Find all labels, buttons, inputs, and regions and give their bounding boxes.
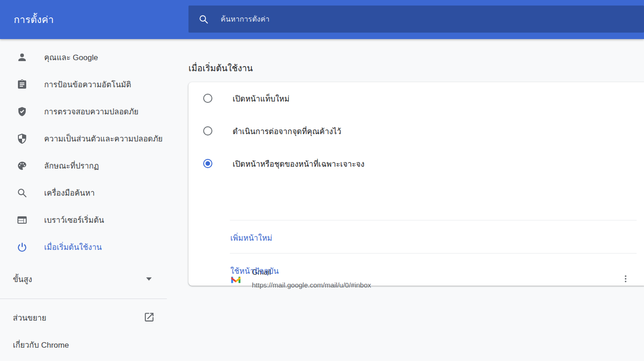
chevron-down-icon bbox=[146, 277, 152, 281]
page-title: การตั้งค่า bbox=[14, 0, 54, 39]
open-in-new-icon bbox=[143, 311, 155, 323]
radio-button-selected[interactable] bbox=[203, 159, 212, 168]
sidebar-item-label: การป้อนข้อความอัตโนมัติ bbox=[44, 78, 131, 90]
header-bar: การตั้งค่า bbox=[0, 0, 644, 39]
sidebar-item-on-startup[interactable]: เมื่อเริ่มต้นใช้งาน bbox=[0, 233, 167, 260]
use-current-pages-link[interactable]: ใช้หน้าปัจจุบัน bbox=[230, 265, 279, 277]
search-input[interactable] bbox=[221, 15, 542, 23]
sidebar-item-label: ลักษณะที่ปรากฏ bbox=[44, 159, 99, 172]
default-browser-icon bbox=[17, 214, 28, 226]
more-options-button[interactable] bbox=[617, 271, 634, 287]
power-icon bbox=[17, 242, 28, 253]
person-icon bbox=[17, 52, 28, 63]
search-icon bbox=[199, 14, 209, 24]
radio-option-specific-pages[interactable]: เปิดหน้าหรือชุดของหน้าที่เฉพาะเจาะจง bbox=[188, 153, 630, 174]
about-chrome-label: เกี่ยวกับ Chrome bbox=[13, 338, 69, 351]
sidebar-item-label: เครื่องมือค้นหา bbox=[44, 186, 95, 199]
sidebar-item-privacy-security[interactable]: ความเป็นส่วนตัวและความปลอดภัย bbox=[0, 125, 167, 152]
sidebar-item-autofill[interactable]: การป้อนข้อความอัตโนมัติ bbox=[0, 71, 167, 98]
radio-option-label: ดำเนินการต่อจากจุดที่คุณค้างไว้ bbox=[233, 125, 341, 137]
safety-check-icon bbox=[17, 106, 28, 117]
autofill-icon bbox=[17, 79, 28, 90]
sidebar-item-about-chrome[interactable]: เกี่ยวกับ Chrome bbox=[0, 333, 167, 356]
card-divider bbox=[230, 253, 637, 254]
add-new-page-link[interactable]: เพิ่มหน้าใหม่ bbox=[230, 231, 272, 244]
section-title: เมื่อเริ่มต้นใช้งาน bbox=[188, 61, 253, 75]
palette-icon bbox=[17, 160, 28, 171]
sidebar-item-label: คุณและ Google bbox=[44, 51, 98, 63]
extensions-label: ส่วนขยาย bbox=[13, 311, 46, 324]
privacy-shield-icon bbox=[17, 133, 28, 144]
three-dot-menu-icon bbox=[621, 274, 630, 283]
on-startup-card: เปิดหน้าแท็บใหม่ ดำเนินการต่อจากจุดที่คุ… bbox=[188, 82, 644, 286]
startup-page-url: https://mail.google.com/mail/u/0/#inbox bbox=[252, 281, 371, 289]
search-engine-icon bbox=[17, 187, 28, 198]
sidebar-item-you-and-google[interactable]: คุณและ Google bbox=[0, 44, 167, 71]
sidebar-advanced-toggle[interactable]: ขั้นสูง bbox=[0, 266, 167, 292]
sidebar-item-extensions[interactable]: ส่วนขยาย bbox=[0, 306, 167, 329]
settings-search-box[interactable] bbox=[188, 6, 644, 33]
radio-option-continue[interactable]: ดำเนินการต่อจากจุดที่คุณค้างไว้ bbox=[188, 121, 630, 141]
sidebar-item-label: เบราว์เซอร์เริ่มต้น bbox=[44, 214, 104, 226]
advanced-label: ขั้นสูง bbox=[13, 273, 32, 285]
sidebar-item-label: ความเป็นส่วนตัวและความปลอดภัย bbox=[44, 132, 163, 145]
sidebar-divider bbox=[0, 299, 167, 299]
settings-sidebar: คุณและ Google การป้อนข้อความอัตโนมัติ กา… bbox=[0, 39, 167, 361]
sidebar-item-default-browser[interactable]: เบราว์เซอร์เริ่มต้น bbox=[0, 206, 167, 233]
card-divider bbox=[230, 220, 637, 220]
sidebar-item-safety-check[interactable]: การตรวจสอบความปลอดภัย bbox=[0, 98, 167, 125]
radio-option-new-tab[interactable]: เปิดหน้าแท็บใหม่ bbox=[188, 88, 630, 108]
sidebar-item-label: การตรวจสอบความปลอดภัย bbox=[44, 105, 138, 118]
radio-option-label: เปิดหน้าแท็บใหม่ bbox=[233, 92, 290, 105]
radio-button[interactable] bbox=[203, 94, 212, 103]
sidebar-item-label: เมื่อเริ่มต้นใช้งาน bbox=[44, 241, 102, 253]
radio-button[interactable] bbox=[203, 126, 212, 135]
radio-option-label: เปิดหน้าหรือชุดของหน้าที่เฉพาะเจาะจง bbox=[233, 158, 365, 170]
sidebar-item-appearance[interactable]: ลักษณะที่ปรากฏ bbox=[0, 152, 167, 179]
sidebar-item-search-engine[interactable]: เครื่องมือค้นหา bbox=[0, 179, 167, 206]
